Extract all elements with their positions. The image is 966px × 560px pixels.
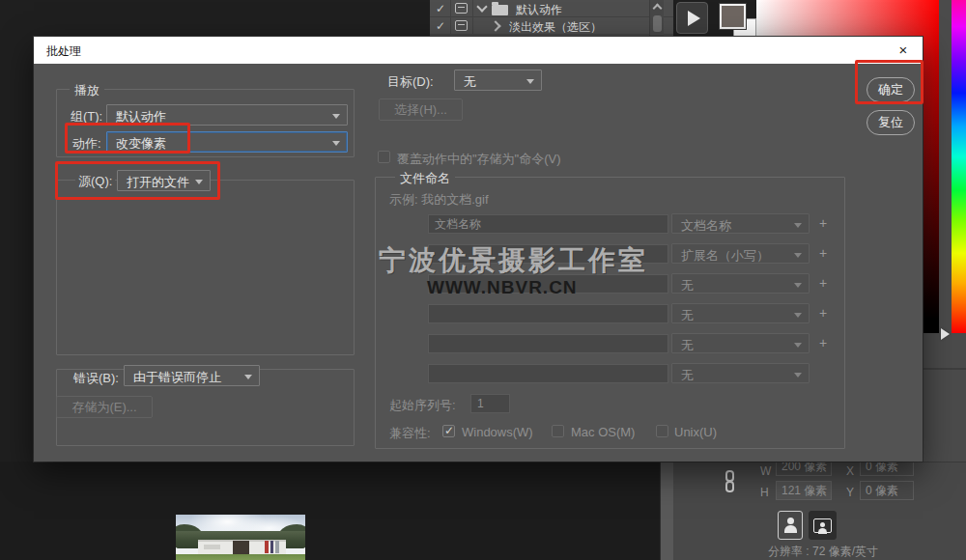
naming-field[interactable] xyxy=(428,334,668,353)
play-button[interactable] xyxy=(676,2,708,34)
dialog-title: 批处理 xyxy=(46,43,81,60)
column-divider xyxy=(450,0,451,16)
destination-dropdown[interactable]: 无 xyxy=(454,70,542,91)
watermark-url: WWW.NBVR.CN xyxy=(427,277,578,298)
chevron-down-icon xyxy=(332,114,340,119)
action-row-fade-effect[interactable]: ✓ 淡出效果（选区） xyxy=(430,17,673,35)
check-icon: ✓ xyxy=(444,424,454,437)
macos-label: Mac OS(M) xyxy=(571,425,635,439)
height-field[interactable]: 121 像素 xyxy=(776,481,832,500)
serial-field[interactable]: 1 xyxy=(470,394,510,413)
chevron-down-icon xyxy=(794,283,802,288)
chevron-down-icon xyxy=(332,141,340,146)
windows-label: Windows(W) xyxy=(462,425,533,439)
plus-icon[interactable]: + xyxy=(819,245,831,261)
windows-checkbox[interactable]: ✓ xyxy=(442,425,455,437)
chevron-down-icon xyxy=(794,343,802,348)
naming-select[interactable]: 无 xyxy=(671,363,810,383)
unix-label: Unix(U) xyxy=(674,425,717,439)
y-field[interactable]: 0 像素 xyxy=(860,481,914,500)
naming-select[interactable]: 扩展名（小写） xyxy=(671,243,810,264)
panel-edge-strip xyxy=(660,462,673,560)
naming-select[interactable]: 文档名称 xyxy=(671,213,810,234)
panel-divider xyxy=(923,368,966,370)
save-as-button[interactable]: 存储为(E)... xyxy=(56,396,153,418)
action-set-name[interactable]: 默认动作 xyxy=(516,2,562,18)
annotation-ok-highlight xyxy=(855,60,923,104)
scroll-up-icon[interactable] xyxy=(653,4,663,14)
chevron-right-icon[interactable] xyxy=(490,20,500,31)
choose-button[interactable]: 选择(H)... xyxy=(379,98,463,121)
watermark-text: 宁波优景摄影工作室 xyxy=(379,242,648,279)
chevron-down-icon xyxy=(794,373,802,378)
override-save-as-label: 覆盖动作中的"存储为"命令(V) xyxy=(397,151,561,168)
plus-icon[interactable]: + xyxy=(819,305,831,321)
naming-select[interactable]: 无 xyxy=(671,333,810,353)
plus-icon[interactable]: + xyxy=(819,335,831,350)
compatibility-label: 兼容性: xyxy=(389,425,431,442)
column-divider xyxy=(472,0,473,16)
scrollbar-thumb[interactable] xyxy=(653,15,662,32)
column-divider xyxy=(472,17,473,34)
chevron-down-icon xyxy=(794,253,802,258)
naming-select[interactable]: 无 xyxy=(671,273,810,294)
chevron-down-icon xyxy=(794,223,802,228)
y-label: Y xyxy=(846,486,854,499)
link-dimensions-icon[interactable] xyxy=(724,470,735,495)
naming-select[interactable]: 无 xyxy=(671,303,810,323)
document-canvas xyxy=(0,462,660,560)
hue-bar[interactable] xyxy=(952,0,966,333)
action-name[interactable]: 淡出效果（选区） xyxy=(509,19,602,36)
plus-icon[interactable]: + xyxy=(819,215,831,231)
resolution-readout: 分辨率 : 72 像素/英寸 xyxy=(736,544,910,560)
width-label: W xyxy=(760,464,771,478)
check-icon[interactable]: ✓ xyxy=(436,1,445,16)
dialog-toggle-icon[interactable] xyxy=(455,3,468,14)
source-group xyxy=(56,180,355,355)
plus-icon[interactable]: + xyxy=(819,275,831,291)
serial-label: 起始序列号: xyxy=(389,397,456,414)
chevron-down-icon[interactable] xyxy=(476,1,487,12)
hue-slider-icon[interactable] xyxy=(941,328,950,340)
height-label: H xyxy=(760,486,769,499)
file-naming-example: 示例: 我的文档.gif xyxy=(389,191,489,209)
chevron-down-icon xyxy=(526,79,534,84)
dialog-titlebar[interactable]: 批处理 × xyxy=(34,37,923,64)
override-save-as-checkbox[interactable] xyxy=(378,151,390,163)
dialog-toggle-icon[interactable] xyxy=(455,20,468,31)
chevron-down-icon xyxy=(244,375,252,379)
error-label: 错误(B): xyxy=(71,370,122,387)
folder-icon xyxy=(492,5,508,15)
annotation-action-highlight xyxy=(65,123,190,154)
destination-label: 目标(D): xyxy=(387,73,434,91)
unix-checkbox[interactable] xyxy=(656,425,668,437)
landscape-icon xyxy=(813,518,832,533)
play-group-legend: 播放 xyxy=(70,82,104,99)
document-thumbnail-image xyxy=(176,515,305,560)
naming-field[interactable]: 文档名称 xyxy=(428,214,668,234)
play-icon xyxy=(688,11,700,26)
naming-field[interactable] xyxy=(428,364,668,383)
action-row-default-actions[interactable]: ✓ 默认动作 xyxy=(430,0,673,17)
file-naming-legend: 文件命名 xyxy=(395,170,455,187)
naming-field[interactable] xyxy=(428,304,668,323)
annotation-source-highlight xyxy=(55,161,220,200)
column-divider xyxy=(450,17,451,34)
portrait-orientation-button[interactable] xyxy=(778,511,803,540)
close-icon[interactable]: × xyxy=(892,40,915,61)
check-icon[interactable]: ✓ xyxy=(436,18,445,34)
foreground-color-swatch[interactable] xyxy=(720,4,746,29)
chevron-down-icon xyxy=(794,313,802,318)
x-label: X xyxy=(846,464,854,478)
macos-checkbox[interactable] xyxy=(552,425,564,437)
error-dropdown[interactable]: 由于错误而停止 xyxy=(124,365,260,386)
reset-button[interactable]: 复位 xyxy=(867,110,915,135)
landscape-orientation-button[interactable] xyxy=(809,511,837,540)
